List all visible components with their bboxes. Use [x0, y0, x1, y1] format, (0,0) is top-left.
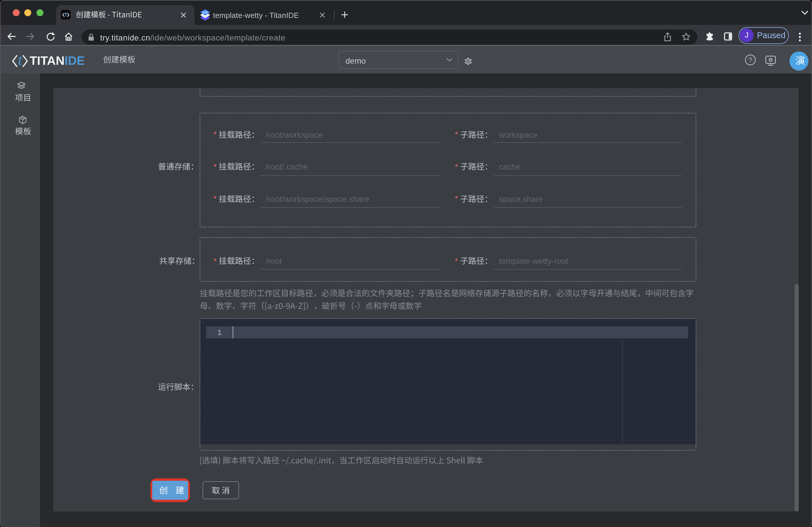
- svg-text:?: ?: [748, 56, 752, 64]
